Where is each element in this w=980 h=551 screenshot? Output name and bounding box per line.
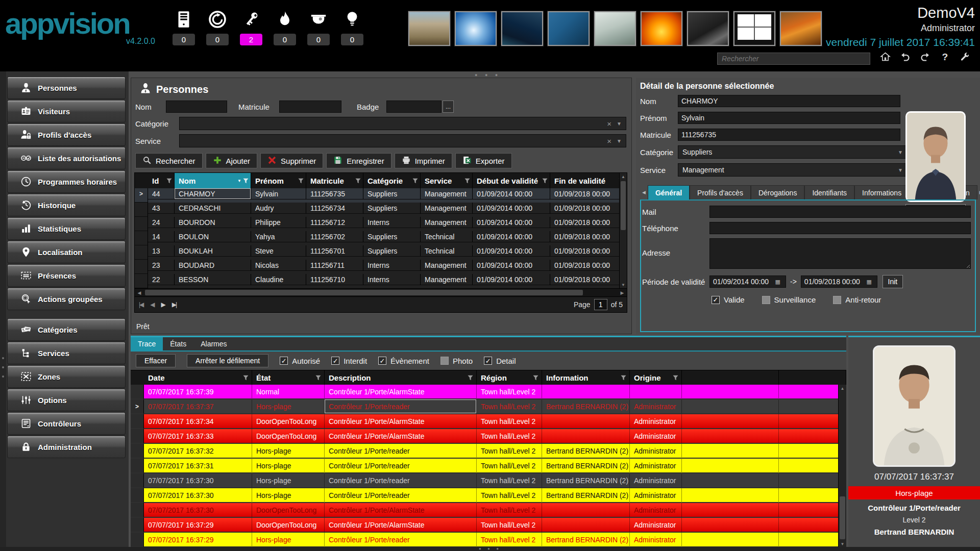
scroll-up-icon[interactable]: ▲ (621, 173, 625, 180)
tab-informations[interactable]: Informations (854, 185, 909, 199)
filter-funnel-icon[interactable] (673, 373, 678, 382)
sidebar-item-options[interactable]: Options (7, 389, 126, 411)
sidebar-item-administration[interactable]: Administration (7, 436, 126, 458)
detail-prenom-input[interactable] (678, 112, 900, 124)
persons-horizontal-scrollbar[interactable]: ◀ ▶ (134, 289, 627, 297)
sidebar-item-cat-gories[interactable]: Catégories (7, 318, 126, 341)
tools-icon[interactable] (959, 50, 971, 63)
table-row[interactable]: 24BOURDONPhilippe111256712InternsManagem… (135, 217, 627, 231)
imprimer-button[interactable]: Imprimer (395, 153, 452, 168)
last-page-button[interactable]: ▶| (172, 301, 176, 308)
filter-funnel-icon[interactable] (412, 177, 418, 185)
tab-g-n-ral[interactable]: Général (648, 185, 690, 199)
table-row[interactable]: 23BOUDARDNicolas111256711InternsManageme… (135, 260, 627, 274)
persons-vertical-scrollbar[interactable]: ▲ ▼ (619, 173, 627, 288)
clear-icon[interactable]: × (604, 137, 615, 145)
chevron-down-icon[interactable]: ▼ (615, 138, 624, 144)
view-thumbnail-night-city[interactable] (501, 11, 543, 46)
column-header-service[interactable]: Service (421, 173, 473, 188)
filter-matricule-input[interactable] (279, 101, 341, 113)
filter-badge-input[interactable] (386, 101, 442, 113)
filter-funnel-icon[interactable] (243, 373, 249, 382)
view-thumbnail-town-hall[interactable] (408, 11, 450, 46)
view-thumbnail-fire[interactable] (641, 11, 682, 46)
trace-row[interactable]: 07/07/2017 16:37:31Hors-plageContrôleur … (131, 459, 846, 473)
filter-nom-input[interactable] (166, 101, 227, 113)
bottom-splitter[interactable]: ● ● ● (0, 547, 980, 551)
sidebar-item-personnes[interactable]: Personnes (7, 77, 126, 99)
sidebar-splitter[interactable] (0, 71, 6, 551)
column-header-pr-nom[interactable]: Prénom (251, 173, 306, 188)
sidebar-item-actions-group-es[interactable]: Actions groupées (7, 288, 126, 310)
column-header-nom[interactable]: Nom▼ (175, 173, 251, 188)
previous-page-button[interactable]: ◀ (150, 301, 154, 308)
scroll-left-icon[interactable]: ◀ (135, 290, 144, 295)
table-row[interactable]: 22BESSONClaudine111256710InternsManageme… (135, 274, 627, 288)
trace-row[interactable]: 07/07/2017 16:37:30Hors-plageContrôleur … (131, 488, 846, 503)
arr-ter-le-d-filement-button[interactable]: Arrêter le défilement (187, 354, 268, 367)
trace-row[interactable]: 07/07/2017 16:37:30Hors-plageContrôleur … (131, 473, 846, 488)
trace-checkbox-photo[interactable]: Photo (440, 357, 473, 365)
detail-nom-input[interactable] (678, 95, 900, 107)
filter-funnel-icon[interactable] (542, 177, 548, 185)
status-counter[interactable]: 0 (307, 9, 330, 45)
tab-d-rogations[interactable]: Dérogations (751, 185, 805, 199)
view-thumbnail-video-wall[interactable] (733, 11, 775, 46)
clear-icon[interactable]: × (604, 119, 615, 128)
view-thumbnail-touch-panel[interactable] (548, 11, 590, 46)
status-counter[interactable]: 0 (341, 9, 363, 45)
scroll-right-icon[interactable]: ▶ (618, 290, 627, 295)
detail-checkbox-anti-retour[interactable]: Anti-retour (833, 295, 881, 304)
sidebar-item-statistiques[interactable]: Statistiques (7, 217, 126, 240)
filter-funnel-icon[interactable] (298, 177, 304, 185)
column-header-fin-de-validit-[interactable]: Fin de validité (550, 173, 627, 188)
trace-checkbox-detail[interactable]: ✓Detail (484, 357, 516, 365)
tab-trace[interactable]: Trace (131, 337, 163, 350)
status-counter[interactable]: 0 (173, 9, 195, 45)
column-header-id[interactable]: Id (148, 173, 175, 188)
sidebar-item-contr-leurs[interactable]: Contrôleurs (7, 412, 126, 435)
filter-service-select[interactable]: × ▼ (179, 134, 626, 147)
validity-from-input[interactable]: 01/09/2014 00:00 ▦ (709, 276, 786, 288)
table-row[interactable]: 43CEDRASCHIAudry111256734SuppliersManage… (135, 203, 627, 217)
trace-checkbox-autoris-[interactable]: ✓Autorisé (280, 357, 320, 365)
filter-funnel-icon[interactable] (243, 177, 249, 185)
sidebar-item-profils-d-acc-s[interactable]: Profils d'accès (7, 123, 126, 146)
filter-funnel-icon[interactable] (464, 177, 470, 185)
status-counter[interactable]: 2 (240, 9, 262, 45)
column-header-description[interactable]: Description (325, 370, 477, 385)
scrollbar-thumb[interactable] (621, 181, 626, 230)
sidebar-item-visiteurs[interactable]: Visiteurs (7, 100, 126, 122)
tab-identifiants[interactable]: Identifiants (804, 185, 854, 199)
trace-vertical-scrollbar[interactable]: ▲ ▼ (838, 385, 846, 547)
adresse-input[interactable] (709, 238, 971, 269)
exporter-button[interactable]: Exporter (455, 153, 512, 168)
trace-row[interactable]: 07/07/2017 16:37:29Hors-plageContrôleur … (131, 533, 846, 547)
telephone-input[interactable] (709, 222, 971, 234)
sidebar-item-pr-sences[interactable]: Présences (7, 264, 126, 287)
trace-row[interactable]: 07/07/2017 16:37:39NormalContrôleur 1/Po… (131, 385, 846, 399)
filter-funnel-icon[interactable] (315, 373, 321, 382)
next-page-button[interactable]: ▶ (161, 301, 165, 308)
view-thumbnail-3d-site[interactable] (687, 11, 729, 46)
sidebar-item-localisation[interactable]: Localisation (7, 241, 126, 263)
table-row[interactable]: 14BOULONYahya111256702SuppliersTechnical… (135, 231, 627, 245)
view-thumbnail-factory[interactable] (780, 11, 822, 46)
detail-checkbox-surveillance[interactable]: Surveillance (762, 295, 816, 304)
trace-row[interactable]: 07/07/2017 16:37:34DoorOpenTooLongContrô… (131, 414, 846, 429)
tab-profils-d-acc-s[interactable]: Profils d'accès (690, 185, 751, 199)
scrollbar-thumb[interactable] (145, 290, 583, 295)
sidebar-item-services[interactable]: Services (7, 342, 126, 364)
tab-scroll-right-icon[interactable]: ▶ (977, 190, 980, 195)
detail-categorie-select[interactable]: Suppliers ▼ (678, 145, 908, 159)
trace-row[interactable]: 07/07/2017 16:37:29DoorOpenTooLongContrô… (131, 518, 846, 533)
first-page-button[interactable]: |◀ (139, 301, 143, 308)
tab--tats[interactable]: États (163, 337, 193, 350)
help-icon[interactable]: ? (939, 50, 951, 63)
detail-checkbox-valide[interactable]: ✓Valide (712, 295, 745, 304)
tab-alarmes[interactable]: Alarmes (193, 337, 234, 350)
table-row[interactable]: >44CHARMOYSylvain111256735SuppliersManag… (135, 188, 627, 203)
calendar-icon[interactable]: ▦ (774, 279, 782, 285)
sidebar-item-liste-des-autorisations[interactable]: Liste des autorisations (7, 147, 126, 169)
sidebar-item-historique[interactable]: Historique (7, 194, 126, 216)
